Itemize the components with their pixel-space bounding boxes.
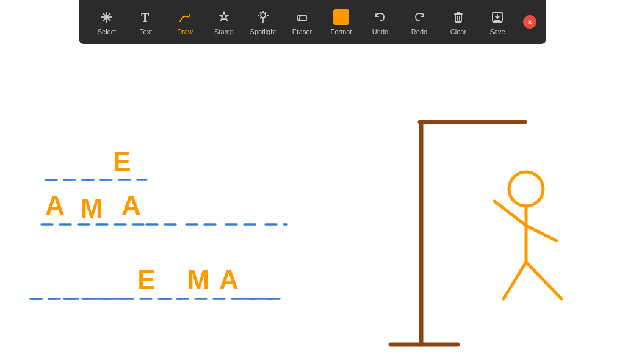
- format-tool[interactable]: Format: [323, 4, 359, 40]
- undo-icon: [374, 9, 387, 26]
- text-label: Text: [140, 28, 152, 35]
- format-icon: [333, 9, 349, 26]
- close-button[interactable]: ×: [523, 15, 536, 29]
- save-icon: [491, 9, 504, 26]
- svg-line-10: [260, 12, 261, 13]
- stamp-label: Stamp: [214, 28, 234, 35]
- save-label: Save: [490, 28, 505, 35]
- select-tool[interactable]: Select: [89, 4, 125, 40]
- spotlight-label: Spotlight: [250, 28, 276, 35]
- clear-tool[interactable]: Clear: [440, 4, 477, 40]
- svg-text:T: T: [141, 11, 150, 24]
- svg-line-12: [260, 18, 261, 19]
- redo-label: Redo: [411, 28, 427, 35]
- svg-point-5: [261, 13, 266, 18]
- eraser-tool[interactable]: Eraser: [284, 4, 320, 40]
- draw-icon: [178, 9, 192, 26]
- eraser-label: Eraser: [292, 28, 312, 35]
- svg-line-13: [266, 18, 267, 19]
- clear-label: Clear: [450, 28, 466, 35]
- redo-tool[interactable]: Redo: [401, 4, 438, 40]
- undo-tool[interactable]: Undo: [362, 4, 399, 40]
- svg-line-11: [266, 12, 267, 13]
- select-label: Select: [98, 28, 117, 35]
- undo-label: Undo: [372, 28, 388, 35]
- save-tool[interactable]: Save: [479, 4, 516, 40]
- spotlight-icon: [256, 9, 270, 26]
- stamp-tool[interactable]: Stamp: [206, 4, 242, 40]
- text-tool[interactable]: T Text: [128, 4, 164, 40]
- format-label: Format: [331, 28, 352, 35]
- stamp-icon: [217, 9, 231, 26]
- eraser-icon: [295, 9, 309, 26]
- redo-icon: [413, 9, 426, 26]
- spotlight-tool[interactable]: Spotlight: [245, 4, 281, 40]
- draw-tool[interactable]: Draw: [167, 4, 203, 40]
- text-icon: T: [139, 9, 153, 26]
- svg-rect-16: [455, 14, 461, 22]
- clear-icon: [452, 9, 465, 26]
- select-icon: [100, 9, 114, 26]
- draw-label: Draw: [177, 28, 193, 35]
